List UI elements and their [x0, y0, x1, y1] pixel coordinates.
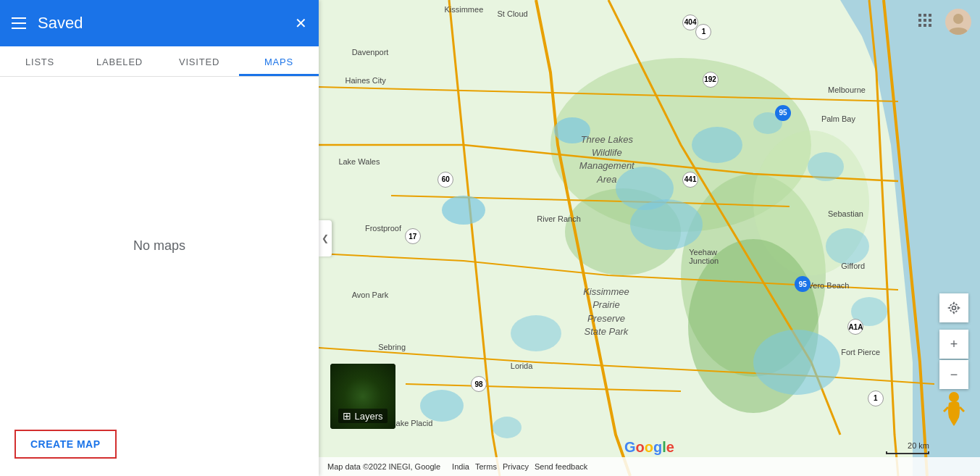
tab-labeled[interactable]: LABELED: [80, 46, 159, 76]
hamburger-icon[interactable]: [12, 17, 26, 29]
svg-rect-27: [929, 14, 931, 17]
svg-point-22: [949, 392, 959, 402]
svg-point-35: [953, 14, 963, 24]
sidebar-content: No maps: [0, 77, 319, 415]
feedback-link[interactable]: Send feedback: [535, 462, 587, 471]
close-icon[interactable]: ✕: [295, 16, 307, 30]
svg-rect-30: [929, 19, 931, 22]
scale-bar: 20 km: [886, 441, 929, 454]
zoom-out-button[interactable]: −: [939, 360, 968, 389]
zoom-out-icon: −: [950, 367, 958, 383]
svg-line-24: [960, 407, 964, 412]
apps-grid-icon[interactable]: [916, 12, 934, 32]
svg-point-8: [554, 117, 590, 143]
layers-button[interactable]: ⊞ Layers: [330, 364, 395, 429]
location-button[interactable]: [939, 293, 968, 322]
tab-lists[interactable]: LISTS: [0, 46, 80, 76]
map-footer: Map data ©2022 INEGI, Google India Terms…: [319, 457, 980, 476]
svg-point-14: [826, 228, 869, 264]
svg-point-11: [630, 199, 703, 250]
svg-point-17: [511, 315, 561, 351]
collapse-handle[interactable]: ❮: [319, 220, 332, 256]
sidebar-header: Saved ✕: [0, 0, 319, 46]
map-controls: + −: [939, 293, 968, 389]
india-link[interactable]: India: [452, 462, 469, 471]
badge-441: 441: [682, 172, 698, 188]
chevron-left-icon: ❮: [322, 233, 329, 243]
privacy-link[interactable]: Privacy: [503, 462, 529, 471]
svg-point-21: [950, 304, 958, 312]
svg-point-7: [442, 196, 485, 225]
svg-rect-31: [918, 24, 921, 27]
map-data-text: Map data ©2022 INEGI, Google: [327, 462, 440, 471]
scale-label: 20 km: [908, 441, 929, 450]
sidebar-title: Saved: [38, 14, 295, 33]
badge-17: 17: [405, 228, 421, 244]
svg-point-10: [692, 127, 742, 163]
svg-point-20: [952, 306, 956, 310]
scale-bar-line: [886, 451, 929, 454]
tab-maps[interactable]: MAPS: [239, 46, 319, 76]
badge-60: 60: [437, 172, 453, 188]
no-maps-text: No maps: [133, 238, 185, 254]
layers-icon: ⊞: [343, 410, 351, 422]
user-avatar[interactable]: [945, 9, 971, 35]
svg-rect-32: [924, 24, 926, 27]
svg-point-18: [420, 390, 464, 422]
svg-rect-26: [924, 14, 926, 17]
create-map-button[interactable]: CREATE MAP: [14, 430, 117, 459]
sidebar: Saved ✕ LISTS LABELED VISITED MAPS No ma…: [0, 0, 319, 476]
svg-rect-33: [929, 24, 931, 27]
svg-rect-28: [918, 19, 921, 22]
svg-rect-29: [924, 19, 926, 22]
terms-link[interactable]: Terms: [475, 462, 497, 471]
badge-95a: 95: [775, 105, 791, 121]
layers-label-container: ⊞ Layers: [338, 409, 387, 423]
tabs: LISTS LABELED VISITED MAPS: [0, 46, 319, 77]
sidebar-footer: CREATE MAP: [0, 415, 319, 476]
layers-label: Layers: [354, 411, 382, 422]
map-area[interactable]: St Cloud Kissimmee Melbourne Palm Bay Th…: [319, 0, 980, 476]
svg-rect-25: [918, 14, 921, 17]
badge-98: 98: [471, 376, 487, 392]
zoom-in-button[interactable]: +: [939, 330, 968, 359]
badge-us1b: 1: [868, 391, 884, 406]
tab-visited[interactable]: VISITED: [159, 46, 239, 76]
street-view-button[interactable]: [939, 389, 968, 429]
google-logo: Google: [624, 439, 674, 456]
svg-line-23: [944, 407, 948, 412]
zoom-in-icon: +: [950, 337, 958, 352]
badge-192: 192: [703, 72, 719, 88]
svg-point-13: [808, 152, 844, 181]
svg-point-19: [493, 417, 522, 438]
svg-point-16: [753, 330, 840, 395]
top-right-controls: [916, 9, 971, 35]
